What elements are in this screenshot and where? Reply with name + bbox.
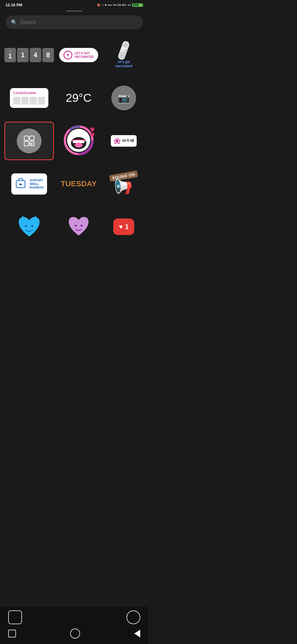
lte-badge: Vo LTE 4G+	[113, 4, 127, 6]
search-bar[interactable]: 🔍	[6, 15, 143, 29]
heart-emojis: 💗💗	[90, 127, 95, 137]
ghar-icon	[114, 137, 121, 144]
bag-svg	[15, 177, 27, 189]
sim-icon: □	[102, 3, 104, 7]
battery-indicator: 27%⚡	[132, 3, 143, 7]
svg-rect-0	[24, 136, 29, 140]
support-small-business-sticker[interactable]: SUPPORT SMALL BUSINESS	[4, 165, 54, 203]
blue-heart-sticker[interactable]	[4, 208, 54, 246]
bandage-emoji: 🩹	[112, 39, 136, 62]
blue-heart-container	[15, 214, 43, 239]
ssb-text: SUPPORT SMALL BUSINESS	[29, 179, 43, 189]
ghar-sticker[interactable]: घर पे रहो	[103, 122, 144, 160]
status-icons: 🔕 □ ♥ ▪▪▪▪ Vo LTE 4G+ ▪▪▪ 27%⚡	[97, 3, 143, 7]
vaccination-sticker[interactable]: ♥ LET'S GET VACCINATED	[58, 36, 99, 74]
svg-rect-2	[24, 141, 29, 146]
clock-tile-1: 1	[17, 48, 29, 62]
search-input[interactable]	[20, 20, 138, 25]
signal-bars-2: ▪▪▪	[128, 3, 131, 7]
clock-tile-am: AM 1	[4, 48, 16, 62]
svg-point-17	[81, 225, 82, 227]
ghar-text: घर पे रहो	[122, 139, 134, 143]
add-widget-button[interactable]	[17, 129, 42, 153]
blue-heart-svg	[15, 214, 43, 239]
drag-handle	[66, 10, 82, 12]
like-sticker[interactable]: ♥ 1	[103, 208, 144, 246]
camera-sticker[interactable]: 📷	[103, 79, 144, 117]
bandage-sticker[interactable]: 🩹 let's get vaccinated	[103, 36, 144, 74]
notification-icon: 🔕	[97, 3, 101, 7]
clock-sticker[interactable]: AM 1 1 4 8	[4, 36, 54, 74]
home-heart-icon	[114, 137, 121, 144]
time-display: 12:16 PM	[6, 3, 22, 7]
countdown-title: COUNTDOWN	[13, 91, 45, 95]
tuesday-label: TUESDAY	[61, 179, 97, 188]
purple-heart-svg	[66, 214, 91, 239]
purple-heart-container	[66, 214, 91, 240]
add-widget-icon	[24, 135, 35, 146]
countdown-boxes	[13, 97, 45, 105]
temperature-sticker[interactable]: 29°C	[58, 79, 99, 117]
speaker-icon: 📢	[114, 177, 134, 196]
clock-tile-8: 8	[42, 48, 54, 62]
like-count: 1	[125, 223, 128, 231]
bandage-label: let's get vaccinated	[115, 60, 132, 68]
search-icon: 🔍	[11, 19, 17, 25]
sticker-grid: AM 1 1 4 8 ♥ LET'S GET VACCINATED 🩹 let'…	[0, 36, 148, 250]
svg-point-12	[75, 143, 82, 148]
mouth-sticker[interactable]: 💗💗	[58, 122, 99, 160]
status-bar: 12:16 PM 🔕 □ ♥ ▪▪▪▪ Vo LTE 4G+ ▪▪▪ 27%⚡	[0, 0, 148, 9]
health-icon: ♥	[105, 3, 107, 7]
clock-tile-4: 4	[30, 48, 41, 62]
vacc-text: LET'S GET VACCINATED	[75, 51, 94, 59]
vacc-heart-icon: ♥	[64, 51, 72, 59]
svg-rect-1	[30, 136, 34, 140]
tuesday-sticker[interactable]: TUESDAY	[58, 165, 99, 203]
signal-bars: ▪▪▪▪	[108, 3, 112, 7]
mouth-emoji-container: 💗💗	[64, 125, 94, 157]
svg-point-15	[31, 225, 34, 227]
svg-point-16	[75, 225, 77, 227]
mouth-svg	[64, 125, 94, 155]
countdown-sticker[interactable]: COUNTDOWN	[4, 79, 54, 117]
temperature-value: 29°C	[66, 91, 92, 105]
purple-heart-sticker[interactable]	[58, 208, 99, 246]
shopping-bag-icon	[15, 177, 27, 191]
add-widget-sticker[interactable]	[4, 122, 54, 160]
camera-icon: 📷	[111, 86, 136, 110]
heart-icon: ♥	[119, 223, 123, 231]
svg-point-14	[25, 225, 27, 227]
sound-on-sticker[interactable]: SOUND ON 📢	[103, 165, 144, 203]
